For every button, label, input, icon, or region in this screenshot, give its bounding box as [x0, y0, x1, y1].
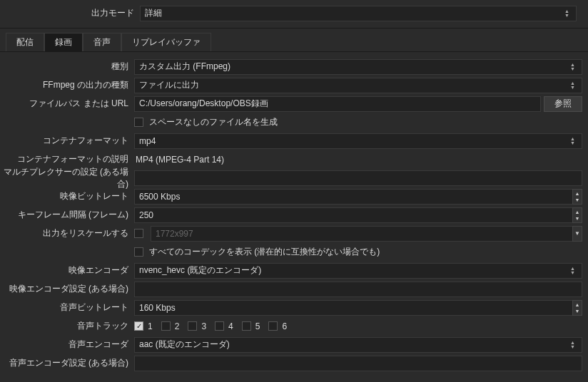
output-mode-select[interactable]: 詳細 ▲▼: [140, 6, 577, 21]
track-1-checkbox[interactable]: ✓: [134, 321, 143, 331]
container-desc-value: MP4 (MPEG-4 Part 14): [134, 155, 224, 165]
venc-label: 映像エンコーダ: [0, 264, 134, 277]
type-label: 種別: [0, 61, 134, 73]
updown-icon: ▲▼: [564, 6, 573, 21]
abitrate-input[interactable]: 160 Kbps: [134, 300, 573, 316]
ffmpeg-output-type-label: FFmpeg の出力の種類: [0, 79, 134, 91]
output-mode-value: 詳細: [145, 7, 162, 19]
no-space-checkbox[interactable]: [134, 118, 143, 127]
tab-audio[interactable]: 音声: [83, 33, 121, 51]
browse-button[interactable]: 参照: [544, 96, 582, 112]
tabs: 配信 録画 音声 リプレイバッファ: [0, 29, 588, 52]
mux-input[interactable]: [134, 170, 582, 186]
container-desc-label: コンテナフォーマットの説明: [0, 153, 134, 165]
container-label: コンテナフォーマット: [0, 135, 134, 147]
updown-icon: ▲▼: [570, 264, 579, 278]
output-mode-label: 出力モード: [6, 7, 140, 19]
updown-icon: ▲▼: [570, 60, 579, 74]
ffmpeg-output-type-select[interactable]: ファイルに出力 ▲▼: [134, 78, 582, 93]
filepath-value: C:/Users/orang/Desktop/OBS録画: [139, 98, 268, 110]
type-select[interactable]: カスタム出力 (FFmpeg) ▲▼: [134, 59, 582, 75]
track-5-label: 5: [255, 321, 260, 331]
no-space-label: スペースなしのファイル名を生成: [149, 116, 278, 128]
atrack-label: 音声トラック: [0, 320, 134, 332]
filepath-label: ファイルパス または URL: [0, 98, 134, 110]
updown-icon: ▲▼: [570, 338, 579, 352]
rescale-checkbox[interactable]: [134, 229, 143, 238]
track-3-checkbox[interactable]: [188, 321, 197, 331]
abitrate-spinner[interactable]: ▲▼: [572, 300, 582, 316]
aenc-label: 音声エンコーダ: [0, 339, 134, 351]
container-select[interactable]: mp4 ▲▼: [134, 133, 582, 149]
vbitrate-spinner[interactable]: ▲▼: [572, 189, 582, 205]
updown-icon: ▲▼: [570, 78, 579, 93]
tab-stream[interactable]: 配信: [6, 33, 44, 51]
venc-set-label: 映像エンコーダ設定 (ある場合): [0, 283, 134, 295]
track-1-label: 1: [148, 321, 153, 331]
tab-record[interactable]: 録画: [44, 33, 83, 51]
keyframe-value: 250: [139, 210, 153, 220]
track-3-label: 3: [201, 321, 206, 331]
updown-icon: ▲▼: [570, 134, 579, 148]
show-all-checkbox[interactable]: [134, 247, 143, 257]
rescale-dropdown-icon: ▼: [572, 226, 582, 242]
track-5-checkbox[interactable]: [242, 321, 251, 331]
container-value: mp4: [139, 136, 156, 146]
keyframe-spinner[interactable]: ▲▼: [572, 207, 582, 223]
track-6-label: 6: [282, 321, 287, 331]
ffmpeg-output-type-value: ファイルに出力: [139, 79, 199, 91]
venc-value: nvenc_hevc (既定のエンコーダ): [139, 264, 261, 277]
aenc-set-input[interactable]: [134, 356, 582, 371]
venc-select[interactable]: nvenc_hevc (既定のエンコーダ) ▲▼: [134, 263, 582, 279]
abitrate-label: 音声ビットレート: [0, 301, 134, 314]
vbitrate-label: 映像ビットレート: [0, 190, 134, 202]
vbitrate-value: 6500 Kbps: [139, 192, 180, 202]
abitrate-value: 160 Kbps: [139, 303, 176, 313]
vbitrate-input[interactable]: 6500 Kbps: [134, 189, 573, 205]
track-2-checkbox[interactable]: [161, 321, 171, 331]
keyframe-label: キーフレーム間隔 (フレーム): [0, 209, 134, 221]
keyframe-input[interactable]: 250: [134, 207, 573, 223]
rescale-input: 1772x997: [151, 226, 573, 242]
filepath-input[interactable]: C:/Users/orang/Desktop/OBS録画: [134, 96, 541, 112]
track-2-label: 2: [175, 321, 180, 331]
rescale-label: 出力をリスケールする: [0, 227, 134, 239]
aenc-select[interactable]: aac (既定のエンコーダ) ▲▼: [134, 337, 582, 353]
track-6-checkbox[interactable]: [268, 321, 278, 331]
show-all-label: すべてのコーデックを表示 (潜在的に互換性がない場合でも): [149, 246, 380, 258]
track-4-label: 4: [228, 321, 233, 331]
track-4-checkbox[interactable]: [215, 321, 224, 331]
venc-set-input[interactable]: [134, 282, 582, 297]
type-value: カスタム出力 (FFmpeg): [139, 61, 230, 73]
tab-replay[interactable]: リプレイバッファ: [121, 33, 211, 51]
aenc-set-label: 音声エンコーダ設定 (ある場合): [0, 357, 134, 369]
aenc-value: aac (既定のエンコーダ): [139, 339, 230, 351]
rescale-placeholder: 1772x997: [156, 229, 193, 239]
mux-label: マルチプレクサーの設定 (ある場合): [0, 166, 134, 190]
